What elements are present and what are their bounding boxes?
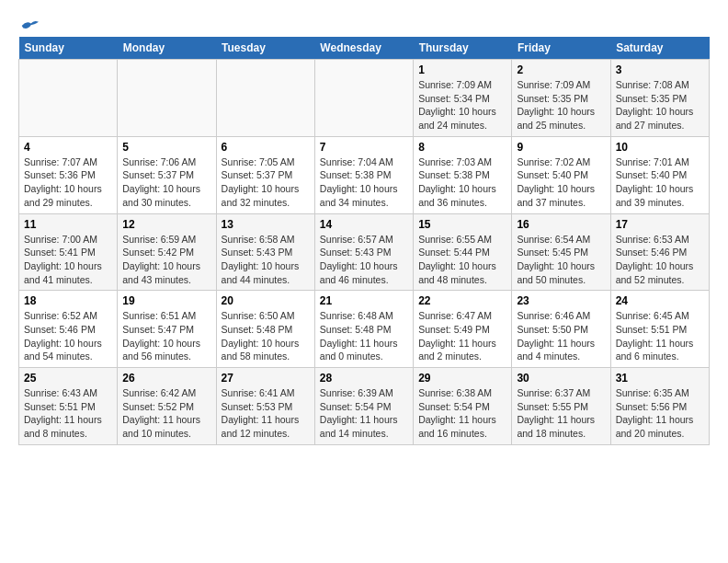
day-detail: Sunrise: 6:48 AM Sunset: 5:48 PM Dayligh… [320,309,408,363]
day-number: 10 [616,141,704,154]
calendar-cell: 12Sunrise: 6:59 AM Sunset: 5:42 PM Dayli… [118,213,216,291]
logo [18,18,39,29]
weekday-header-row: SundayMondayTuesdayWednesdayThursdayFrid… [19,37,710,60]
day-number: 27 [222,372,310,385]
calendar-cell: 13Sunrise: 6:58 AM Sunset: 5:43 PM Dayli… [216,213,314,291]
day-number: 7 [320,141,408,154]
day-detail: Sunrise: 7:00 AM Sunset: 5:41 PM Dayligh… [24,233,112,287]
day-number: 26 [122,372,210,385]
calendar-cell: 22Sunrise: 6:47 AM Sunset: 5:49 PM Dayli… [414,291,512,368]
calendar-cell: 27Sunrise: 6:41 AM Sunset: 5:53 PM Dayli… [216,368,314,445]
weekday-header-saturday: Saturday [610,37,709,60]
day-detail: Sunrise: 7:03 AM Sunset: 5:38 PM Dayligh… [418,155,506,210]
day-number: 17 [616,218,704,231]
day-number: 2 [517,63,605,76]
calendar-week-row: 11Sunrise: 7:00 AM Sunset: 5:41 PM Dayli… [19,213,710,291]
day-number: 16 [517,218,605,231]
calendar-cell: 11Sunrise: 7:00 AM Sunset: 5:41 PM Dayli… [19,213,118,291]
day-detail: Sunrise: 6:46 AM Sunset: 5:50 PM Dayligh… [517,309,605,363]
calendar-cell: 30Sunrise: 6:37 AM Sunset: 5:55 PM Dayli… [512,368,610,445]
day-number: 6 [222,141,310,154]
calendar-cell [118,60,216,137]
calendar-table: SundayMondayTuesdayWednesdayThursdayFrid… [18,37,710,445]
day-detail: Sunrise: 6:57 AM Sunset: 5:43 PM Dayligh… [320,233,408,287]
day-number: 23 [517,294,605,307]
calendar-cell: 23Sunrise: 6:46 AM Sunset: 5:50 PM Dayli… [512,291,610,368]
day-detail: Sunrise: 6:42 AM Sunset: 5:52 PM Dayligh… [122,386,210,441]
calendar-cell [19,60,118,137]
weekday-header-wednesday: Wednesday [314,37,413,60]
day-detail: Sunrise: 6:52 AM Sunset: 5:46 PM Dayligh… [24,309,112,363]
calendar-cell: 28Sunrise: 6:39 AM Sunset: 5:54 PM Dayli… [314,368,413,445]
calendar-cell: 15Sunrise: 6:55 AM Sunset: 5:44 PM Dayli… [414,213,512,291]
day-detail: Sunrise: 7:09 AM Sunset: 5:35 PM Dayligh… [517,78,605,132]
day-detail: Sunrise: 6:43 AM Sunset: 5:51 PM Dayligh… [24,386,112,441]
day-number: 9 [517,141,605,154]
calendar-cell: 7Sunrise: 7:04 AM Sunset: 5:38 PM Daylig… [314,136,413,213]
calendar-cell: 19Sunrise: 6:51 AM Sunset: 5:47 PM Dayli… [118,291,216,368]
day-detail: Sunrise: 6:47 AM Sunset: 5:49 PM Dayligh… [418,309,506,363]
day-detail: Sunrise: 6:45 AM Sunset: 5:51 PM Dayligh… [616,309,704,363]
day-number: 18 [24,294,112,307]
day-number: 24 [616,294,704,307]
day-detail: Sunrise: 6:53 AM Sunset: 5:46 PM Dayligh… [616,233,704,287]
calendar-cell: 5Sunrise: 7:06 AM Sunset: 5:37 PM Daylig… [118,136,216,213]
calendar-cell: 20Sunrise: 6:50 AM Sunset: 5:48 PM Dayli… [216,291,314,368]
day-number: 30 [517,372,605,385]
day-number: 1 [418,63,506,76]
day-detail: Sunrise: 6:58 AM Sunset: 5:43 PM Dayligh… [222,233,310,287]
day-detail: Sunrise: 6:55 AM Sunset: 5:44 PM Dayligh… [418,233,506,287]
day-number: 22 [418,294,506,307]
calendar-week-row: 4Sunrise: 7:07 AM Sunset: 5:36 PM Daylig… [19,136,710,213]
day-detail: Sunrise: 7:02 AM Sunset: 5:40 PM Dayligh… [517,155,605,210]
day-detail: Sunrise: 7:08 AM Sunset: 5:35 PM Dayligh… [616,78,704,132]
day-number: 3 [616,63,704,76]
day-detail: Sunrise: 6:39 AM Sunset: 5:54 PM Dayligh… [320,386,408,441]
calendar-week-row: 18Sunrise: 6:52 AM Sunset: 5:46 PM Dayli… [19,291,710,368]
calendar-cell: 10Sunrise: 7:01 AM Sunset: 5:40 PM Dayli… [610,136,709,213]
day-number: 31 [616,372,704,385]
day-number: 13 [222,218,310,231]
day-detail: Sunrise: 6:51 AM Sunset: 5:47 PM Dayligh… [122,309,210,363]
calendar-cell: 25Sunrise: 6:43 AM Sunset: 5:51 PM Dayli… [19,368,118,445]
day-detail: Sunrise: 6:35 AM Sunset: 5:56 PM Dayligh… [616,386,704,441]
day-detail: Sunrise: 7:09 AM Sunset: 5:34 PM Dayligh… [418,78,506,132]
calendar-cell [314,60,413,137]
day-number: 14 [320,218,408,231]
day-detail: Sunrise: 7:07 AM Sunset: 5:36 PM Dayligh… [24,155,112,210]
day-detail: Sunrise: 6:38 AM Sunset: 5:54 PM Dayligh… [418,386,506,441]
weekday-header-monday: Monday [118,37,216,60]
day-number: 20 [222,294,310,307]
day-detail: Sunrise: 7:01 AM Sunset: 5:40 PM Dayligh… [616,155,704,210]
calendar-week-row: 25Sunrise: 6:43 AM Sunset: 5:51 PM Dayli… [19,368,710,445]
calendar-cell: 16Sunrise: 6:54 AM Sunset: 5:45 PM Dayli… [512,213,610,291]
day-number: 8 [418,141,506,154]
calendar-cell: 21Sunrise: 6:48 AM Sunset: 5:48 PM Dayli… [314,291,413,368]
day-detail: Sunrise: 7:05 AM Sunset: 5:37 PM Dayligh… [222,155,310,210]
day-detail: Sunrise: 6:54 AM Sunset: 5:45 PM Dayligh… [517,233,605,287]
calendar-cell: 31Sunrise: 6:35 AM Sunset: 5:56 PM Dayli… [610,368,709,445]
calendar-cell: 26Sunrise: 6:42 AM Sunset: 5:52 PM Dayli… [118,368,216,445]
day-detail: Sunrise: 7:06 AM Sunset: 5:37 PM Dayligh… [122,155,210,210]
weekday-header-thursday: Thursday [414,37,512,60]
day-detail: Sunrise: 6:59 AM Sunset: 5:42 PM Dayligh… [122,233,210,287]
day-number: 5 [122,141,210,154]
day-number: 15 [418,218,506,231]
day-number: 21 [320,294,408,307]
day-number: 4 [24,141,112,154]
day-detail: Sunrise: 6:41 AM Sunset: 5:53 PM Dayligh… [222,386,310,441]
calendar-cell: 4Sunrise: 7:07 AM Sunset: 5:36 PM Daylig… [19,136,118,213]
logo-bird-icon [20,18,39,33]
header [18,15,710,29]
day-detail: Sunrise: 6:37 AM Sunset: 5:55 PM Dayligh… [517,386,605,441]
day-number: 25 [24,372,112,385]
day-detail: Sunrise: 6:50 AM Sunset: 5:48 PM Dayligh… [222,309,310,363]
calendar-cell [216,60,314,137]
calendar-cell: 9Sunrise: 7:02 AM Sunset: 5:40 PM Daylig… [512,136,610,213]
calendar-cell: 8Sunrise: 7:03 AM Sunset: 5:38 PM Daylig… [414,136,512,213]
weekday-header-friday: Friday [512,37,610,60]
day-number: 29 [418,372,506,385]
calendar-cell: 2Sunrise: 7:09 AM Sunset: 5:35 PM Daylig… [512,60,610,137]
weekday-header-sunday: Sunday [19,37,118,60]
calendar-cell: 14Sunrise: 6:57 AM Sunset: 5:43 PM Dayli… [314,213,413,291]
